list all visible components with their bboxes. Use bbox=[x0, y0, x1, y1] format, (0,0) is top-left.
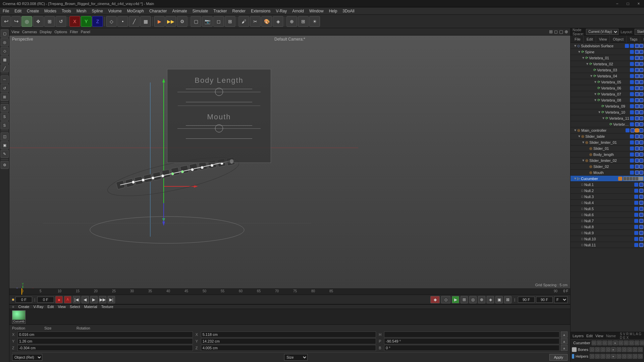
x-size-input[interactable] bbox=[201, 331, 376, 338]
bh-edit[interactable]: Edit bbox=[47, 305, 54, 309]
lp-object[interactable]: ◇ bbox=[1, 47, 9, 55]
prev-frame-button[interactable]: ◀ bbox=[82, 296, 89, 303]
bh-select[interactable]: Select bbox=[70, 305, 80, 309]
apply-button[interactable]: Apply bbox=[549, 354, 568, 361]
vp-tab-options[interactable]: Options bbox=[54, 30, 67, 34]
obj-lock-0[interactable] bbox=[639, 44, 643, 48]
hud-body-track[interactable] bbox=[177, 92, 261, 92]
node-space-select[interactable]: Current (V-Ray) bbox=[586, 29, 619, 35]
obj-slider-02[interactable]: ◎ Slider_02 bbox=[571, 164, 644, 170]
tl-btn-extra1[interactable]: ⊞ bbox=[461, 296, 468, 303]
menu-help[interactable]: Help bbox=[326, 7, 340, 15]
obj-vertebra-04[interactable]: ▼ ⟳ Vertebra_04 bbox=[571, 73, 644, 79]
current-frame-input[interactable] bbox=[15, 297, 32, 303]
go-start-button[interactable]: |◀ bbox=[73, 296, 80, 303]
obj-null4[interactable]: □ Null.4 bbox=[571, 200, 644, 206]
tb-poly-mode[interactable]: ▦ bbox=[140, 16, 151, 27]
bones-icon-6[interactable]: ☐ bbox=[616, 347, 621, 352]
menu-window[interactable]: Window bbox=[307, 7, 326, 15]
menu-character[interactable]: Character bbox=[147, 7, 170, 15]
bones-icon-9[interactable]: ☐ bbox=[633, 347, 637, 352]
vp-tab-view[interactable]: View bbox=[11, 30, 19, 34]
maximize-button[interactable]: □ bbox=[623, 0, 633, 7]
lp-settings[interactable]: ⚙ bbox=[1, 161, 9, 169]
menu-render[interactable]: Render bbox=[230, 7, 248, 15]
obj-vis-1[interactable] bbox=[635, 50, 639, 54]
fps-select[interactable]: F bbox=[554, 296, 568, 303]
play-fwd-button[interactable]: ▶▶ bbox=[99, 296, 106, 303]
layer-icon-2[interactable]: ☐ bbox=[597, 341, 602, 345]
lp-edge[interactable]: ╱ bbox=[1, 64, 9, 72]
menu-volume[interactable]: Volume bbox=[106, 7, 124, 15]
obj-slider-limiter-01[interactable]: ▼ ◎ Slider_limiter_01 bbox=[571, 139, 644, 145]
helpers-icon-2[interactable]: ☐ bbox=[595, 354, 600, 359]
lp-spline[interactable]: S bbox=[1, 104, 9, 112]
x-pos-input[interactable] bbox=[17, 331, 193, 338]
tb-yaxis[interactable]: Y bbox=[81, 16, 92, 27]
obj-vertebra-12[interactable]: ⟳ Vertebra_12 bbox=[571, 121, 644, 127]
helpers-icon-8[interactable]: ☐ bbox=[627, 354, 632, 359]
layer-icon-3[interactable]: ☐ bbox=[602, 341, 607, 345]
tb-paint[interactable]: 🎨 bbox=[261, 16, 272, 27]
go-end-button[interactable]: ▶| bbox=[108, 296, 115, 303]
layer-icon-1[interactable]: ☐ bbox=[592, 341, 596, 345]
obj-vertebra-09[interactable]: ⟳ Vertebra_09 bbox=[571, 103, 644, 109]
menu-edit[interactable]: Edit bbox=[12, 7, 24, 15]
lp-texture[interactable]: ▣ bbox=[1, 141, 9, 149]
tb-perspective[interactable]: ◻ bbox=[213, 16, 224, 27]
obj-slider-table[interactable]: ▼ ◎ Slider_table bbox=[571, 133, 644, 139]
menu-mesh[interactable]: Mesh bbox=[74, 7, 89, 15]
z-pos-stepper[interactable]: ▲ bbox=[561, 345, 568, 351]
close-button[interactable]: × bbox=[633, 0, 644, 7]
om-tab-edit[interactable]: Edit bbox=[584, 36, 596, 43]
obj-null8[interactable]: □ Null.8 bbox=[571, 224, 644, 230]
bones-icon-7[interactable]: ☐ bbox=[622, 347, 627, 352]
om-tab-file[interactable]: File bbox=[572, 36, 584, 43]
play-grn-button[interactable]: ▶ bbox=[452, 296, 459, 303]
layer-helpers[interactable]: Helpers ☐ ☐ ☐ ☐ ► ☐ ☐ ☐ ☐ ☐ bbox=[571, 353, 644, 360]
menu-tracker[interactable]: Tracker bbox=[211, 7, 229, 15]
obj-null6[interactable]: □ Null.6 bbox=[571, 212, 644, 218]
bones-icon-10[interactable]: ☐ bbox=[638, 347, 643, 352]
tb-light[interactable]: ☀ bbox=[309, 16, 320, 27]
tb-zaxis[interactable]: Z bbox=[92, 16, 103, 27]
start-frame-input[interactable] bbox=[37, 297, 54, 303]
vp-ctrl-3[interactable]: ▢ bbox=[559, 29, 563, 34]
menu-animate[interactable]: Animate bbox=[170, 7, 190, 15]
bones-icon-8[interactable]: ☐ bbox=[627, 347, 632, 352]
tb-live-select[interactable]: ◎ bbox=[21, 16, 32, 27]
obj-cucumber[interactable]: ▼ ▷ Cucumber bbox=[571, 176, 644, 182]
vp-tab-cameras[interactable]: Cameras bbox=[22, 30, 37, 34]
bones-icon-2[interactable]: ☐ bbox=[595, 347, 600, 352]
obj-vertebra-03[interactable]: ⟳ Vertebra_03 bbox=[571, 67, 644, 73]
hud-mouth-track[interactable] bbox=[177, 128, 261, 129]
play-button[interactable]: ▶ bbox=[90, 296, 98, 303]
material-swatch-cucumber[interactable]: Cucumb bbox=[12, 310, 25, 324]
bones-icon-1[interactable]: ☐ bbox=[590, 347, 594, 352]
tb-grid[interactable]: ⊞ bbox=[298, 16, 309, 27]
menu-tools[interactable]: Tools bbox=[59, 7, 74, 15]
obj-mouth[interactable]: ◎ Mouth bbox=[571, 170, 644, 176]
om-tab-tags[interactable]: Tags bbox=[627, 36, 640, 43]
tb-sculpt[interactable]: ◈ bbox=[273, 16, 283, 27]
om-tab-object[interactable]: Object bbox=[610, 36, 627, 43]
layers-tab-view[interactable]: View bbox=[595, 334, 603, 338]
obj-vis-0[interactable] bbox=[635, 44, 639, 48]
minimize-button[interactable]: − bbox=[612, 0, 623, 7]
helpers-icon-6[interactable]: ☐ bbox=[616, 354, 621, 359]
menu-vray[interactable]: V-Ray bbox=[273, 7, 290, 15]
obj-main-controller[interactable]: ▼ ◎ Main_controller bbox=[571, 127, 644, 133]
3d-viewport[interactable]: Perspective Default Camera:* Grid Spacin… bbox=[9, 36, 570, 288]
layer-icon-4[interactable]: ☐ bbox=[608, 341, 612, 345]
bones-icon-3[interactable]: ☐ bbox=[600, 347, 605, 352]
tl-btn-extra3[interactable]: ⊕ bbox=[478, 296, 485, 303]
menu-create[interactable]: Create bbox=[24, 7, 42, 15]
layer-icon-7[interactable]: ☐ bbox=[624, 341, 629, 345]
obj-body-length[interactable]: ◎ Body_length bbox=[571, 152, 644, 158]
tb-xaxis[interactable]: X bbox=[69, 16, 80, 27]
h-rot-input[interactable] bbox=[384, 331, 559, 338]
helpers-icon-3[interactable]: ☐ bbox=[600, 354, 605, 359]
menu-file[interactable]: File bbox=[0, 7, 12, 15]
lp-camera[interactable]: ◎ bbox=[1, 38, 9, 46]
menu-arnold[interactable]: Arnold bbox=[289, 7, 307, 15]
